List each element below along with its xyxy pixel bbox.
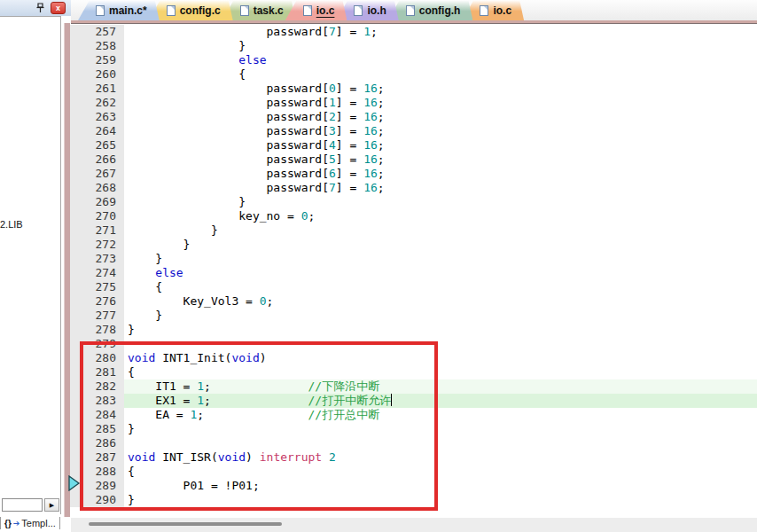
code-line[interactable]: 284 EA = 1; //打开总中断: [70, 408, 757, 422]
tabs-row: main.c*config.ctask.cio.cio.hconfig.hio.…: [78, 0, 524, 20]
code-line[interactable]: 281{: [70, 365, 757, 379]
code-line[interactable]: 268 passward[7] = 16;: [70, 181, 757, 195]
line-number: 278: [70, 323, 124, 337]
line-number: 280: [70, 351, 124, 365]
code-line[interactable]: 277 }: [70, 309, 757, 323]
line-number: 259: [70, 53, 124, 67]
code-text: }: [124, 238, 190, 252]
line-number: 276: [70, 294, 124, 309]
code-text: void INT1_Init(void): [124, 351, 267, 365]
line-number: 258: [70, 39, 124, 53]
code-line[interactable]: 259 else: [70, 53, 757, 67]
code-text: passward[2] = 16;: [124, 110, 385, 124]
line-number: 271: [70, 223, 124, 238]
code-text: [124, 436, 128, 450]
code-line[interactable]: 265 passward[4] = 16;: [70, 138, 757, 153]
document-icon: [480, 5, 488, 16]
line-number: 269: [70, 195, 124, 209]
code-line[interactable]: 271 }: [70, 223, 757, 238]
code-line[interactable]: 274 else: [70, 266, 757, 280]
document-icon: [303, 5, 312, 16]
code-line[interactable]: 260 {: [70, 67, 757, 82]
code-line[interactable]: 285}: [70, 422, 757, 436]
code-line[interactable]: 270 key_no = 0;: [70, 209, 757, 223]
code-text: }: [124, 493, 135, 507]
code-line[interactable]: 267 passward[6] = 16;: [70, 167, 757, 181]
code-text: passward[1] = 16;: [124, 96, 385, 110]
code-line[interactable]: 266 passward[5] = 16;: [70, 153, 757, 167]
code-text: passward[4] = 16;: [124, 138, 385, 153]
tab-config.h[interactable]: config.h: [388, 0, 473, 20]
code-text: IT1 = 1; //下降沿中断: [124, 379, 379, 394]
panel-titlebar: x: [0, 0, 71, 16]
code-line[interactable]: 286: [70, 436, 757, 450]
line-number: 285: [70, 422, 124, 436]
code-line[interactable]: 262 passward[1] = 16;: [70, 96, 757, 110]
line-number: 270: [70, 209, 124, 223]
panel-bottom-tabs: {}➔ Templ...: [0, 514, 69, 532]
tab-io.c[interactable]: io.c: [285, 0, 347, 20]
code-line[interactable]: 257 passward[7] = 1;: [70, 25, 757, 39]
line-number: 287: [70, 450, 124, 465]
line-number: 277: [70, 309, 124, 323]
code-line[interactable]: 258 }: [70, 39, 757, 53]
code-line[interactable]: 272 }: [70, 238, 757, 252]
code-line[interactable]: 278}: [70, 323, 757, 337]
line-number: 257: [70, 25, 124, 39]
pin-icon[interactable]: [35, 3, 45, 14]
code-text: EX1 = 1; //打开中断允许: [124, 394, 392, 408]
close-icon[interactable]: x: [51, 2, 66, 14]
code-text: }: [124, 309, 162, 323]
code-text: {: [124, 465, 135, 479]
code-line[interactable]: 264 passward[3] = 16;: [70, 124, 757, 138]
divider: [59, 517, 60, 529]
code-editor[interactable]: 257 passward[7] = 1;258 }259 else260 {26…: [70, 25, 757, 511]
line-number: 274: [70, 266, 124, 280]
code-line[interactable]: 289 P01 = !P01;: [70, 479, 757, 493]
project-panel: 2.LIB ▶: [0, 16, 61, 514]
editor-frame-edge: [64, 23, 70, 517]
tab-task.c[interactable]: task.c: [222, 0, 296, 20]
code-line[interactable]: 263 passward[2] = 16;: [70, 110, 757, 124]
scroll-right-arrow-icon[interactable]: ▶: [44, 498, 59, 512]
line-number: 266: [70, 153, 124, 167]
tab-templates[interactable]: {}➔ Templ...: [1, 515, 59, 531]
line-number: 263: [70, 110, 124, 124]
tab-label: io.c: [493, 4, 511, 17]
code-line[interactable]: 287void INT_ISR(void) interrupt 2: [70, 450, 757, 465]
tab-config.c[interactable]: config.c: [149, 0, 233, 20]
code-line[interactable]: 276 Key_Vol3 = 0;: [70, 294, 757, 309]
code-line[interactable]: 290}: [70, 493, 757, 507]
document-icon: [406, 5, 415, 16]
braces-icon: {}: [4, 519, 12, 528]
tab-label: config.c: [180, 4, 221, 17]
line-number: 265: [70, 138, 124, 153]
code-line[interactable]: 282 IT1 = 1; //下降沿中断: [70, 379, 757, 394]
editor-horizontal-scrollbar[interactable]: [71, 518, 757, 532]
panel-horizontal-scrollbar[interactable]: [2, 498, 43, 512]
code-line[interactable]: 273 }: [70, 252, 757, 266]
tab-label: io.c: [316, 4, 335, 17]
line-number: 262: [70, 96, 124, 110]
code-line[interactable]: 275 {: [70, 280, 757, 294]
code-text: passward[3] = 16;: [124, 124, 385, 138]
code-line[interactable]: 261 passward[0] = 16;: [70, 82, 757, 96]
code-text: key_no = 0;: [124, 209, 315, 223]
document-icon: [354, 5, 363, 16]
code-line[interactable]: 280void INT1_Init(void): [70, 351, 757, 365]
code-line[interactable]: 288{: [70, 465, 757, 479]
scrollbar-thumb[interactable]: [89, 522, 282, 526]
code-line[interactable]: 279: [70, 337, 757, 351]
tree-item-lib[interactable]: 2.LIB: [0, 219, 59, 230]
text-cursor: [391, 394, 392, 406]
tab-label: config.h: [419, 4, 461, 17]
code-line[interactable]: 269 }: [70, 195, 757, 209]
file-tab-bar: main.c*config.ctask.cio.cio.hconfig.hio.…: [71, 0, 757, 23]
line-number: 284: [70, 408, 124, 422]
code-text: {: [124, 365, 135, 379]
line-number: 268: [70, 181, 124, 195]
line-number: 286: [70, 436, 124, 450]
line-number: 264: [70, 124, 124, 138]
tab-main.c[interactable]: main.c*: [78, 0, 160, 20]
code-line[interactable]: 283 EX1 = 1; //打开中断允许: [70, 394, 757, 408]
